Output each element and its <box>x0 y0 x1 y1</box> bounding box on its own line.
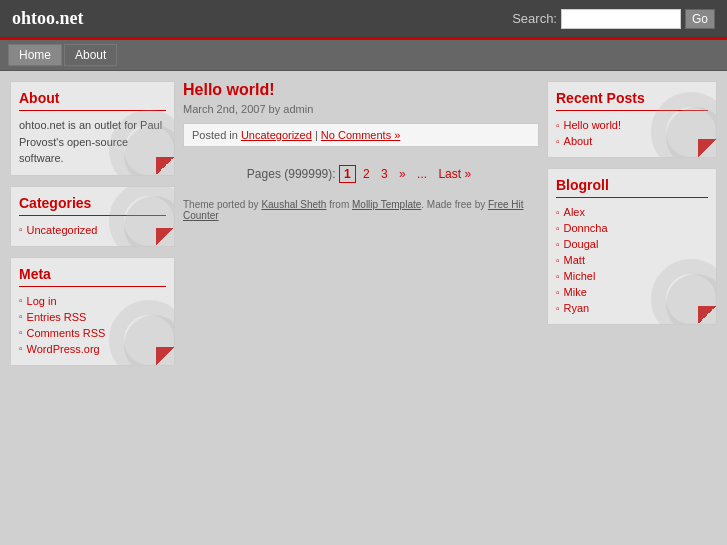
meta-widget-title: Meta <box>19 266 166 287</box>
list-item: Ryan <box>556 300 708 316</box>
list-item: Matt <box>556 252 708 268</box>
list-item: Donncha <box>556 220 708 236</box>
header: ohtoo.net Search: Go <box>0 0 727 40</box>
search-area: Search: Go <box>512 9 715 29</box>
meta-wordpress-link[interactable]: WordPress.org <box>27 343 100 355</box>
post-meta: March 2nd, 2007 by admin <box>183 103 539 115</box>
category-link[interactable]: Uncategorized <box>27 224 98 236</box>
list-item: Michel <box>556 268 708 284</box>
nav-bar: Home About <box>0 40 727 71</box>
footer-author-link[interactable]: Kaushal Sheth <box>261 199 326 210</box>
categories-widget: Categories Uncategorized <box>10 186 175 247</box>
corner-fold <box>156 228 174 246</box>
footer-text-3: . Made free by <box>421 199 488 210</box>
blogroll-michel-link[interactable]: Michel <box>564 270 596 282</box>
pagination-last[interactable]: Last » <box>434 166 475 182</box>
recent-post-1-link[interactable]: Hello world! <box>564 119 621 131</box>
pagination-ellipsis[interactable]: ... <box>413 166 431 182</box>
post-comments-link[interactable]: No Comments » <box>321 129 400 141</box>
list-item: Comments RSS <box>19 325 166 341</box>
list-item: Uncategorized <box>19 222 166 238</box>
blogroll-mike-link[interactable]: Mike <box>564 286 587 298</box>
footer-text-2: from <box>326 199 352 210</box>
pagination-current: 1 <box>339 165 356 183</box>
page-wrapper: About ohtoo.net is an outlet for Paul Pr… <box>0 71 727 376</box>
list-item: WordPress.org <box>19 341 166 357</box>
blogroll-ryan-link[interactable]: Ryan <box>564 302 590 314</box>
corner-fold <box>156 157 174 175</box>
right-sidebar: Recent Posts Hello world! About Blogroll… <box>547 81 717 366</box>
blogroll-list: Alex Donncha Dougal Matt Michel Mike <box>556 204 708 316</box>
post: Hello world! March 2nd, 2007 by admin Po… <box>183 81 539 147</box>
pagination-label: Pages (999999): <box>247 167 336 181</box>
about-widget: About ohtoo.net is an outlet for Paul Pr… <box>10 81 175 176</box>
meta-comments-rss-link[interactable]: Comments RSS <box>27 327 106 339</box>
search-go-button[interactable]: Go <box>685 9 715 29</box>
blogroll-widget: Blogroll Alex Donncha Dougal Matt Michel <box>547 168 717 325</box>
meta-login-link[interactable]: Log in <box>27 295 57 307</box>
nav-about[interactable]: About <box>64 44 117 66</box>
recent-posts-widget: Recent Posts Hello world! About <box>547 81 717 158</box>
list-item: Entries RSS <box>19 309 166 325</box>
post-category-link[interactable]: Uncategorized <box>241 129 312 141</box>
footer-text-1: Theme ported by <box>183 199 261 210</box>
blogroll-alex-link[interactable]: Alex <box>564 206 585 218</box>
corner-fold <box>156 347 174 365</box>
blogroll-matt-link[interactable]: Matt <box>564 254 585 266</box>
about-widget-title: About <box>19 90 166 111</box>
recent-posts-list: Hello world! About <box>556 117 708 149</box>
blogroll-donncha-link[interactable]: Donncha <box>564 222 608 234</box>
footer-note: Theme ported by Kaushal Sheth from Molli… <box>183 199 539 221</box>
list-item: Hello world! <box>556 117 708 133</box>
categories-widget-title: Categories <box>19 195 166 216</box>
post-footer-text: Posted in <box>192 129 241 141</box>
meta-entries-rss-link[interactable]: Entries RSS <box>27 311 87 323</box>
pagination-page-3[interactable]: 3 <box>377 166 392 182</box>
list-item: Alex <box>556 204 708 220</box>
pagination-next[interactable]: » <box>395 166 410 182</box>
list-item: About <box>556 133 708 149</box>
site-title-link[interactable]: ohtoo.net <box>12 8 84 28</box>
list-item: Dougal <box>556 236 708 252</box>
blogroll-title: Blogroll <box>556 177 708 198</box>
blogroll-dougal-link[interactable]: Dougal <box>564 238 599 250</box>
list-item: Log in <box>19 293 166 309</box>
meta-widget: Meta Log in Entries RSS Comments RSS Wor… <box>10 257 175 366</box>
list-item: Mike <box>556 284 708 300</box>
left-sidebar: About ohtoo.net is an outlet for Paul Pr… <box>10 81 175 366</box>
post-footer: Posted in Uncategorized | No Comments » <box>183 123 539 147</box>
search-input[interactable] <box>561 9 681 29</box>
footer-template-link[interactable]: Mollip Template <box>352 199 421 210</box>
meta-list: Log in Entries RSS Comments RSS WordPres… <box>19 293 166 357</box>
corner-fold <box>698 306 716 324</box>
post-title-link[interactable]: Hello world! <box>183 81 275 98</box>
recent-post-2-link[interactable]: About <box>564 135 593 147</box>
nav-home[interactable]: Home <box>8 44 62 66</box>
pagination: Pages (999999): 1 2 3 » ... Last » <box>183 167 539 181</box>
about-text: ohtoo.net is an outlet for Paul Provost'… <box>19 117 166 167</box>
search-label: Search: <box>512 11 557 26</box>
corner-fold <box>698 139 716 157</box>
pagination-page-2[interactable]: 2 <box>359 166 374 182</box>
site-title: ohtoo.net <box>12 8 84 29</box>
categories-list: Uncategorized <box>19 222 166 238</box>
recent-posts-title: Recent Posts <box>556 90 708 111</box>
main-content: Hello world! March 2nd, 2007 by admin Po… <box>183 81 539 366</box>
